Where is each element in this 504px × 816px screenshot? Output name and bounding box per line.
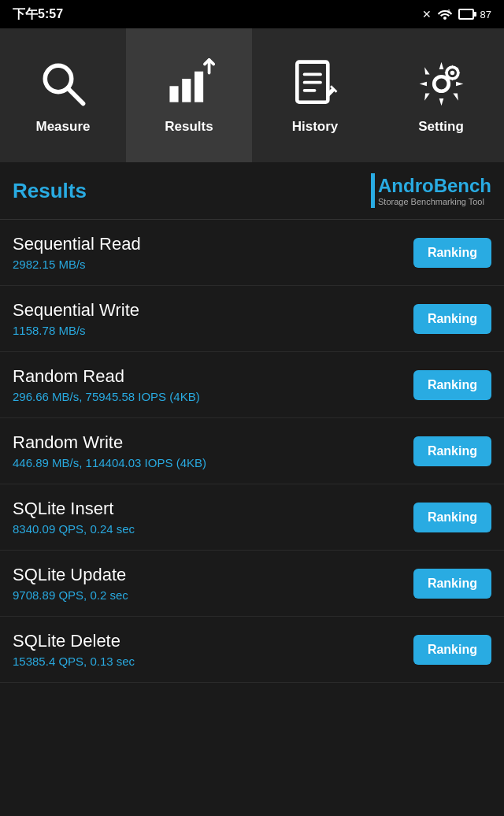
ranking-button[interactable]: Ranking [413, 569, 491, 599]
tab-navigation: Measure Results [0, 28, 504, 162]
svg-rect-4 [182, 79, 191, 102]
ranking-button[interactable]: Ranking [413, 503, 491, 532]
svg-text:6: 6 [447, 9, 450, 14]
result-value: 446.89 MB/s, 114404.03 IOPS (4KB) [13, 456, 413, 469]
wifi-icon: 6 [436, 7, 454, 22]
tab-setting-label: Setting [418, 119, 464, 135]
measure-icon [35, 56, 91, 111]
result-item: Random Read 296.66 MB/s, 75945.58 IOPS (… [0, 352, 504, 418]
svg-rect-5 [195, 71, 203, 102]
result-item: SQLite Update 9708.89 QPS, 0.2 sec Ranki… [0, 551, 504, 617]
result-value: 1158.78 MB/s [13, 324, 413, 337]
brand-logo: AndroBench Storage Benchmarking Tool [371, 173, 491, 208]
result-info: SQLite Delete 15385.4 QPS, 0.13 sec [13, 631, 413, 668]
result-info: Random Write 446.89 MB/s, 114404.03 IOPS… [13, 432, 413, 469]
history-icon [287, 56, 343, 111]
result-info: Sequential Read 2982.15 MB/s [13, 234, 413, 271]
result-item: Sequential Write 1158.78 MB/s Ranking [0, 286, 504, 352]
brand-name: AndroBench [378, 175, 491, 197]
status-time: 下午5:57 [13, 6, 63, 23]
result-value: 15385.4 QPS, 0.13 sec [13, 655, 413, 668]
result-name: Random Read [13, 366, 413, 387]
result-name: Sequential Read [13, 234, 413, 254]
result-value: 2982.15 MB/s [13, 258, 413, 271]
setting-icon [413, 56, 469, 111]
results-header: Results AndroBench Storage Benchmarking … [0, 162, 504, 220]
result-value: 8340.09 QPS, 0.24 sec [13, 522, 413, 536]
svg-line-2 [68, 88, 83, 104]
ranking-button[interactable]: Ranking [413, 436, 491, 466]
svg-point-13 [434, 76, 449, 91]
result-name: SQLite Delete [13, 631, 413, 651]
tab-setting[interactable]: Setting [378, 28, 504, 162]
result-item: SQLite Delete 15385.4 QPS, 0.13 sec Rank… [0, 617, 504, 683]
brand-name-part2: Bench [434, 175, 491, 196]
brand-bar [371, 173, 375, 208]
result-item: Sequential Read 2982.15 MB/s Ranking [0, 220, 504, 286]
svg-rect-3 [169, 86, 178, 102]
brand-text: AndroBench Storage Benchmarking Tool [378, 175, 491, 206]
result-item: Random Write 446.89 MB/s, 114404.03 IOPS… [0, 418, 504, 484]
tab-history[interactable]: History [252, 28, 378, 162]
result-name: SQLite Update [13, 565, 413, 585]
svg-point-15 [450, 70, 454, 75]
results-title: Results [13, 179, 87, 203]
result-info: Random Read 296.66 MB/s, 75945.58 IOPS (… [13, 366, 413, 403]
result-info: SQLite Insert 8340.09 QPS, 0.24 sec [13, 499, 413, 536]
result-list: Sequential Read 2982.15 MB/s Ranking Seq… [0, 220, 504, 683]
battery-percent: 87 [480, 9, 491, 20]
result-name: Sequential Write [13, 300, 413, 321]
tab-measure-label: Measure [36, 119, 91, 135]
result-info: SQLite Update 9708.89 QPS, 0.2 sec [13, 565, 413, 602]
ranking-button[interactable]: Ranking [413, 635, 491, 665]
ranking-button[interactable]: Ranking [413, 370, 491, 400]
status-bar: 下午5:57 ✕ 6 87 [0, 0, 504, 28]
result-item: SQLite Insert 8340.09 QPS, 0.24 sec Rank… [0, 484, 504, 551]
result-value: 9708.89 QPS, 0.2 sec [13, 588, 413, 602]
tab-measure[interactable]: Measure [0, 28, 126, 162]
result-info: Sequential Write 1158.78 MB/s [13, 300, 413, 337]
signal-x-icon: ✕ [422, 8, 432, 20]
battery-icon [458, 9, 474, 20]
result-value: 296.66 MB/s, 75945.58 IOPS (4KB) [13, 390, 413, 403]
tab-results-label: Results [165, 119, 213, 135]
tab-results[interactable]: Results [126, 28, 252, 162]
brand-name-part1: Andro [378, 175, 434, 196]
status-icons: ✕ 6 87 [422, 7, 491, 22]
result-name: Random Write [13, 432, 413, 453]
brand-subtitle: Storage Benchmarking Tool [378, 197, 491, 206]
battery-container: 87 [458, 9, 491, 20]
tab-history-label: History [292, 119, 339, 135]
results-icon [161, 56, 217, 111]
ranking-button[interactable]: Ranking [413, 238, 491, 268]
result-name: SQLite Insert [13, 499, 413, 519]
ranking-button[interactable]: Ranking [413, 304, 491, 334]
